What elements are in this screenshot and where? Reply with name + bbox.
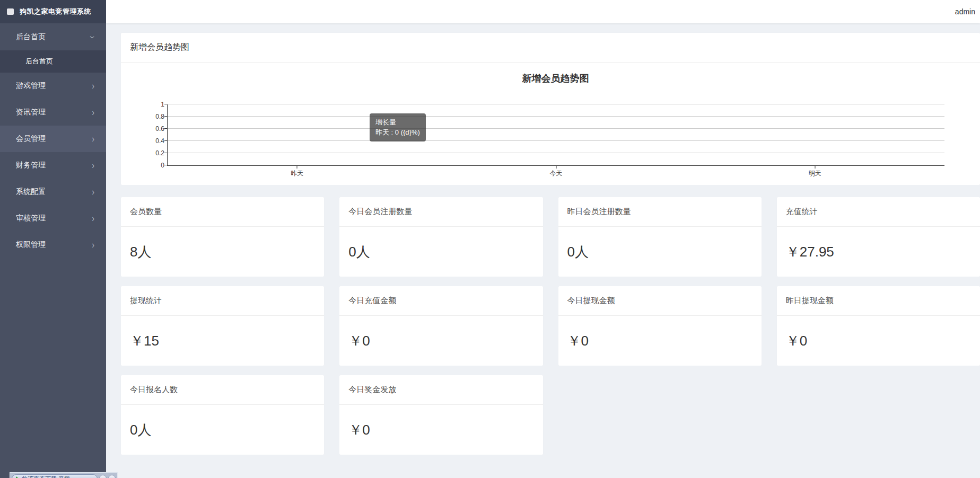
chevron-right-icon: ›: [92, 240, 94, 250]
y-axis-label: 0.8: [133, 113, 164, 120]
y-axis-label: 0.4: [133, 137, 164, 145]
sidebar-item-finance[interactable]: 财务管理›: [0, 152, 106, 179]
stat-card-value: ￥27.95: [777, 227, 980, 277]
sidebar-item-game[interactable]: 游戏管理›: [0, 73, 106, 99]
stat-card-value: 0人: [339, 227, 542, 277]
stat-card-9: 今日奖金发放￥0: [339, 375, 542, 455]
sidebar-item-home[interactable]: 后台首页›: [0, 24, 106, 50]
download-notification: 此该页不下载 音频: [10, 472, 118, 478]
stat-card-value: 0人: [121, 405, 324, 455]
chart-gridline: [168, 153, 944, 153]
chevron-right-icon: ›: [92, 214, 94, 223]
x-axis-label: 今天: [550, 169, 563, 178]
stat-card-title: 充值统计: [777, 197, 980, 227]
stat-card-title: 昨日会员注册数量: [558, 197, 762, 227]
download-notification-text: 此该页不下载 音频: [22, 475, 70, 478]
chevron-right-icon: ›: [92, 81, 94, 91]
sidebar-item-news[interactable]: 资讯管理›: [0, 99, 106, 126]
sidebar-subitem-home[interactable]: 后台首页: [0, 50, 106, 73]
stat-card-title: 会员数量: [121, 197, 324, 227]
stat-card-7: 昨日提现金额￥0: [777, 286, 980, 366]
stat-card-3: 充值统计￥27.95: [777, 197, 980, 277]
chevron-right-icon: ›: [92, 108, 94, 117]
stat-card-title: 今日报名人数: [121, 375, 324, 405]
stat-card-value: 0人: [558, 227, 762, 277]
stat-card-title: 今日充值金额: [339, 286, 542, 316]
sidebar-item-label: 游戏管理: [16, 81, 46, 91]
chart-plot-area: 00.20.40.60.81昨天今天明天: [167, 104, 944, 166]
stat-card-4: 提现统计￥15: [121, 286, 324, 366]
y-axis-label: 0.6: [133, 125, 164, 132]
chart-gridline: [168, 104, 944, 104]
y-axis-tick: [164, 165, 167, 165]
sidebar-item-perm[interactable]: 权限管理›: [0, 232, 106, 258]
stat-card-title: 今日提现金额: [558, 286, 762, 316]
chart-gridline: [168, 140, 944, 141]
app-logo-icon: [7, 8, 14, 15]
stat-card-5: 今日充值金额￥0: [339, 286, 542, 366]
y-axis-label: 1: [133, 101, 164, 108]
sidebar-item-member[interactable]: 会员管理›: [0, 126, 106, 152]
sidebar-item-label: 会员管理: [16, 134, 46, 144]
sidebar-item-label: 资讯管理: [16, 108, 46, 117]
sidebar-menu: 后台首页›后台首页游戏管理›资讯管理›会员管理›财务管理›系统配置›审核管理›权…: [0, 23, 106, 258]
trend-chart[interactable]: 新增会员趋势图 00.20.40.60.81昨天今天明天 增长量 昨天 : 0 …: [121, 63, 980, 185]
notification-button-1[interactable]: [99, 475, 107, 478]
stat-card-value: ￥15: [121, 316, 324, 366]
sidebar-item-label: 权限管理: [16, 240, 46, 250]
sidebar-item-audit[interactable]: 审核管理›: [0, 205, 106, 232]
download-notification-pill[interactable]: 此该页不下载 音频: [12, 474, 98, 478]
stat-card-value: ￥0: [777, 316, 980, 366]
y-axis-label: 0.2: [133, 149, 164, 157]
sidebar: 狗凯之家电竞管理系统 后台首页›后台首页游戏管理›资讯管理›会员管理›财务管理›…: [0, 0, 106, 478]
notification-button-2[interactable]: [108, 475, 116, 478]
stat-card-6: 今日提现金额￥0: [558, 286, 762, 366]
stat-card-8: 今日报名人数0人: [121, 375, 324, 455]
chart-gridline: [168, 116, 944, 117]
x-axis-tick: [297, 166, 298, 169]
sidebar-item-system[interactable]: 系统配置›: [0, 179, 106, 205]
stat-card-value: ￥0: [558, 316, 762, 366]
stat-cards: 会员数量8人今日会员注册数量0人昨日会员注册数量0人充值统计￥27.95提现统计…: [121, 197, 980, 455]
stat-card-value: ￥0: [339, 316, 542, 366]
sidebar-item-label: 审核管理: [16, 214, 46, 223]
chevron-right-icon: ›: [92, 187, 94, 197]
chart-gridline: [168, 128, 944, 129]
sidebar-item-label: 财务管理: [16, 161, 46, 170]
chart-title: 新增会员趋势图: [167, 72, 944, 85]
y-axis-tick: [164, 140, 167, 141]
stat-card-title: 今日会员注册数量: [339, 197, 542, 227]
content: 新增会员趋势图 新增会员趋势图 00.20.40.60.81昨天今天明天 增长量…: [106, 23, 980, 455]
y-axis-tick: [164, 128, 167, 129]
stat-card-value: ￥0: [339, 405, 542, 455]
chevron-down-icon: ›: [89, 36, 98, 39]
stat-card-title: 提现统计: [121, 286, 324, 316]
tooltip-series-name: 增长量: [375, 117, 420, 127]
x-axis-tick: [815, 166, 815, 169]
sidebar-item-label: 系统配置: [16, 187, 46, 197]
sidebar-item-label: 后台首页: [16, 32, 46, 42]
panel-title: 新增会员趋势图: [121, 33, 980, 63]
chart-tooltip: 增长量 昨天 : 0 ({d}%): [370, 113, 426, 141]
x-axis-tick: [556, 166, 556, 169]
stat-card-0: 会员数量8人: [121, 197, 324, 277]
chevron-right-icon: ›: [92, 161, 94, 170]
app-title: 狗凯之家电竞管理系统: [20, 7, 91, 16]
user-menu[interactable]: admin: [955, 0, 975, 23]
topbar: admin: [106, 0, 980, 23]
y-axis-tick: [164, 153, 167, 153]
y-axis-tick: [164, 104, 167, 104]
stat-card-2: 昨日会员注册数量0人: [558, 197, 762, 277]
x-axis-label: 明天: [809, 169, 821, 178]
main-area: admin 新增会员趋势图 新增会员趋势图 00.20.40.60.81昨天今天…: [106, 0, 980, 478]
stat-card-1: 今日会员注册数量0人: [339, 197, 542, 277]
app-logo: 狗凯之家电竞管理系统: [0, 0, 106, 23]
stat-card-title: 昨日提现金额: [777, 286, 980, 316]
stat-card-title: 今日奖金发放: [339, 375, 542, 405]
y-axis-label: 0: [133, 162, 164, 169]
y-axis-tick: [164, 116, 167, 117]
tooltip-value: 昨天 : 0 ({d}%): [375, 127, 420, 137]
x-axis-label: 昨天: [291, 169, 303, 178]
trend-panel: 新增会员趋势图 新增会员趋势图 00.20.40.60.81昨天今天明天 增长量…: [121, 33, 980, 185]
chevron-right-icon: ›: [92, 134, 94, 144]
